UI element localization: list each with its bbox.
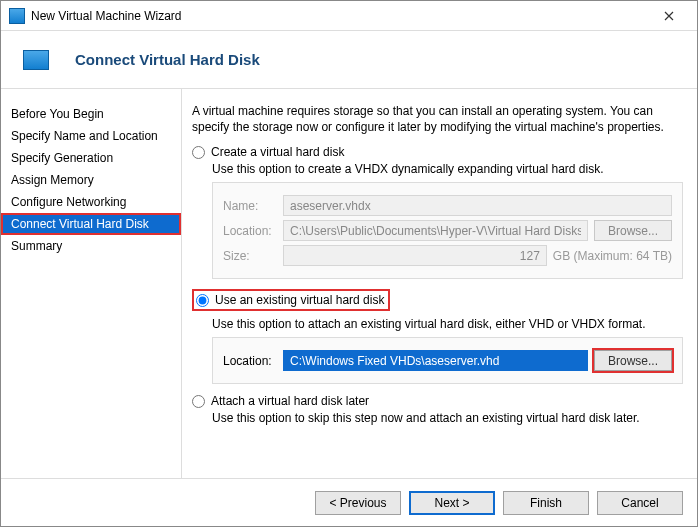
cancel-button[interactable]: Cancel bbox=[597, 491, 683, 515]
radio-later-input[interactable] bbox=[192, 395, 205, 408]
wizard-icon bbox=[23, 50, 49, 70]
create-size-unit: GB (Maximum: 64 TB) bbox=[553, 249, 672, 263]
create-size-label: Size: bbox=[223, 249, 283, 263]
sidebar-item-specify-name[interactable]: Specify Name and Location bbox=[1, 125, 181, 147]
radio-create-input[interactable] bbox=[192, 146, 205, 159]
create-loc-input bbox=[283, 220, 588, 241]
sidebar-item-configure-networking[interactable]: Configure Networking bbox=[1, 191, 181, 213]
sidebar-item-before-you-begin[interactable]: Before You Begin bbox=[1, 103, 181, 125]
next-button[interactable]: Next > bbox=[409, 491, 495, 515]
footer: < Previous Next > Finish Cancel bbox=[1, 478, 697, 526]
radio-existing-input[interactable] bbox=[196, 294, 209, 307]
create-name-input bbox=[283, 195, 672, 216]
radio-later[interactable]: Attach a virtual hard disk later bbox=[192, 394, 683, 408]
header-band: Connect Virtual Hard Disk bbox=[1, 31, 697, 89]
later-desc: Use this option to skip this step now an… bbox=[212, 411, 683, 425]
sidebar-item-connect-vhd[interactable]: Connect Virtual Hard Disk bbox=[1, 213, 181, 235]
option-existing: Use an existing virtual hard disk Use th… bbox=[192, 289, 683, 384]
create-panel: Name: Location: Browse... Size: GB (Maxi… bbox=[212, 182, 683, 279]
app-icon bbox=[9, 8, 25, 24]
existing-browse-button[interactable]: Browse... bbox=[594, 350, 672, 371]
existing-panel: Location: Browse... bbox=[212, 337, 683, 384]
wizard-window: New Virtual Machine Wizard Connect Virtu… bbox=[0, 0, 698, 527]
option-create: Create a virtual hard disk Use this opti… bbox=[192, 145, 683, 279]
existing-loc-label: Location: bbox=[223, 354, 283, 368]
close-icon[interactable] bbox=[649, 2, 689, 30]
create-browse-button: Browse... bbox=[594, 220, 672, 241]
radio-existing-vhd[interactable]: Use an existing virtual hard disk bbox=[192, 289, 390, 311]
radio-later-label: Attach a virtual hard disk later bbox=[211, 394, 369, 408]
create-size-input bbox=[283, 245, 547, 266]
create-desc: Use this option to create a VHDX dynamic… bbox=[212, 162, 683, 176]
finish-button[interactable]: Finish bbox=[503, 491, 589, 515]
body: Before You Begin Specify Name and Locati… bbox=[1, 89, 697, 478]
radio-create-label: Create a virtual hard disk bbox=[211, 145, 344, 159]
radio-create-vhd[interactable]: Create a virtual hard disk bbox=[192, 145, 683, 159]
main-panel: A virtual machine requires storage so th… bbox=[181, 89, 697, 478]
radio-existing-label: Use an existing virtual hard disk bbox=[215, 293, 384, 307]
sidebar-item-summary[interactable]: Summary bbox=[1, 235, 181, 257]
titlebar: New Virtual Machine Wizard bbox=[1, 1, 697, 31]
option-later: Attach a virtual hard disk later Use thi… bbox=[192, 394, 683, 425]
intro-text: A virtual machine requires storage so th… bbox=[192, 103, 683, 135]
previous-button[interactable]: < Previous bbox=[315, 491, 401, 515]
existing-desc: Use this option to attach an existing vi… bbox=[212, 317, 683, 331]
sidebar-item-assign-memory[interactable]: Assign Memory bbox=[1, 169, 181, 191]
page-title: Connect Virtual Hard Disk bbox=[75, 51, 260, 68]
sidebar-item-specify-generation[interactable]: Specify Generation bbox=[1, 147, 181, 169]
sidebar: Before You Begin Specify Name and Locati… bbox=[1, 89, 181, 478]
create-name-label: Name: bbox=[223, 199, 283, 213]
create-loc-label: Location: bbox=[223, 224, 283, 238]
existing-loc-input[interactable] bbox=[283, 350, 588, 371]
window-title: New Virtual Machine Wizard bbox=[31, 9, 649, 23]
